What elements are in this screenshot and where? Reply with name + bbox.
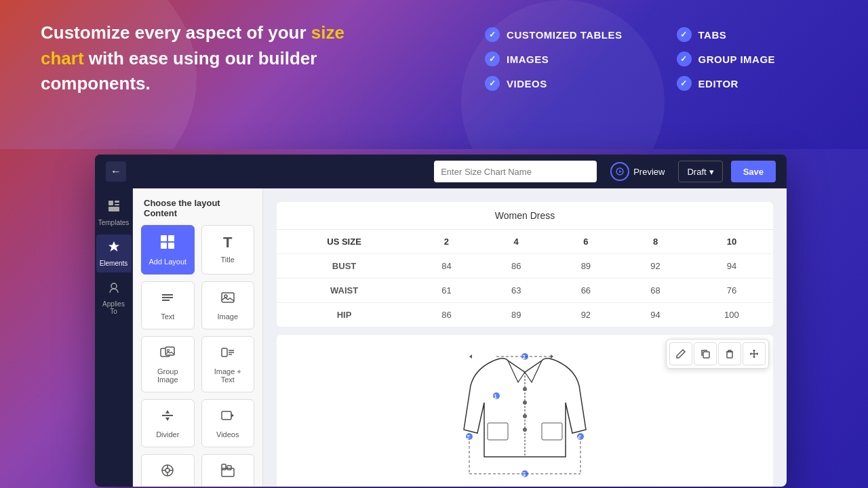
feature-customized-tables: ✓ CUSTOMIZED TABLES (485, 27, 622, 42)
sidebar-icons: Templates Elements Applies To (95, 188, 133, 487)
feature-group-image: ✓ GROUP IMAGE (677, 52, 814, 66)
col-header-6: 6 (551, 230, 621, 254)
svg-marker-24 (165, 410, 170, 413)
move-button[interactable] (743, 342, 766, 365)
tabs-icon (220, 463, 235, 481)
svg-text:2: 2 (522, 354, 526, 361)
app-container: ← Preview Draft ▾ Save (95, 155, 787, 487)
image-icon (220, 290, 235, 308)
svg-marker-27 (231, 413, 234, 418)
element-int-chart[interactable]: Int. Chart (141, 454, 195, 487)
col-header-4: 4 (481, 230, 551, 254)
row-bust-label: BUST (277, 254, 412, 279)
row-hip-v3: 92 (551, 303, 621, 327)
elements-icon (107, 240, 121, 257)
chart-name-input[interactable] (434, 161, 597, 182)
svg-rect-2 (108, 201, 113, 205)
table-section: Women Dress US SIZE 2 4 6 8 10 (277, 202, 773, 327)
group-image-icon (160, 345, 175, 363)
element-videos[interactable]: Videos (201, 399, 255, 447)
svg-rect-19 (222, 348, 227, 357)
svg-rect-14 (222, 293, 234, 302)
check-icon: ✓ (485, 76, 500, 91)
svg-marker-1 (619, 170, 622, 173)
row-hip-v4: 94 (620, 303, 690, 327)
elements-grid: Add Layout T Title Te (133, 225, 262, 487)
svg-rect-26 (222, 411, 231, 420)
size-table: US SIZE 2 4 6 8 10 BUST 84 86 (277, 230, 773, 327)
hero-section: Customize every aspect of your size char… (0, 0, 868, 149)
row-waist-v2: 63 (481, 279, 551, 303)
topbar: ← Preview Draft ▾ Save (95, 155, 787, 188)
col-header-8: 8 (620, 230, 690, 254)
element-image[interactable]: Image (201, 281, 255, 329)
elements-panel: Choose the layout Content Add Layout (133, 188, 263, 487)
svg-rect-3 (115, 201, 119, 203)
element-add-layout[interactable]: Add Layout (141, 225, 195, 274)
svg-marker-62 (469, 354, 472, 359)
row-waist-v3: 66 (551, 279, 621, 303)
svg-rect-10 (168, 243, 174, 249)
feature-images: ✓ IMAGES (485, 52, 622, 66)
preview-button[interactable]: Preview (605, 162, 670, 181)
svg-point-29 (165, 468, 170, 472)
element-text[interactable]: Text (141, 281, 195, 329)
check-icon: ✓ (485, 52, 500, 66)
svg-rect-9 (161, 243, 167, 249)
row-bust-v5: 94 (690, 254, 773, 279)
edit-button[interactable] (669, 342, 692, 365)
feature-editor: ✓ EDITOR (677, 76, 814, 91)
content-area: Women Dress US SIZE 2 4 6 8 10 (263, 188, 787, 487)
sidebar-item-applies-to[interactable]: Applies To (96, 275, 132, 321)
svg-point-44 (523, 414, 527, 418)
svg-rect-37 (703, 352, 709, 358)
row-bust-v4: 92 (620, 254, 690, 279)
col-header-10: 10 (690, 230, 773, 254)
row-waist-v4: 68 (620, 279, 690, 303)
svg-point-45 (523, 428, 527, 432)
svg-point-43 (523, 401, 527, 405)
table-row: HIP 86 89 92 94 100 (277, 303, 773, 327)
check-icon: ✓ (485, 27, 500, 42)
element-tabs[interactable]: Tabs (201, 454, 255, 487)
row-hip-label: HIP (277, 303, 412, 327)
row-waist-v1: 61 (412, 279, 481, 303)
element-image-text[interactable]: Image + Text (201, 336, 255, 392)
back-button[interactable]: ← (106, 161, 126, 182)
element-divider[interactable]: Divider (141, 399, 195, 447)
save-button[interactable]: Save (731, 161, 776, 182)
row-hip-v5: 100 (690, 303, 773, 327)
text-icon (160, 290, 175, 308)
divider-icon (160, 408, 175, 426)
check-icon: ✓ (677, 76, 692, 91)
table-row: BUST 84 86 89 92 94 (277, 254, 773, 279)
title-icon: T (223, 234, 232, 251)
delete-button[interactable] (718, 342, 741, 365)
element-group-image[interactable]: Group Image (141, 336, 195, 392)
svg-marker-25 (165, 418, 170, 421)
panel-title: Choose the layout Content (133, 188, 262, 225)
svg-rect-17 (165, 347, 174, 355)
sidebar-item-templates[interactable]: Templates (96, 194, 132, 232)
check-icon: ✓ (677, 52, 692, 66)
feature-videos: ✓ VIDEOS (485, 76, 622, 91)
element-title[interactable]: T Title (201, 225, 255, 274)
col-header-us-size: US SIZE (277, 230, 412, 254)
feature-tabs: ✓ TABS (677, 27, 814, 42)
copy-button[interactable] (694, 342, 717, 365)
preview-icon (610, 162, 629, 181)
svg-rect-36 (227, 466, 231, 470)
row-waist-v5: 76 (690, 279, 773, 303)
main-layout: Templates Elements Applies To (95, 188, 787, 487)
image-section: 1 2 3 4 5 (277, 335, 773, 487)
videos-icon (220, 408, 235, 426)
row-hip-v2: 89 (481, 303, 551, 327)
row-hip-v1: 86 (412, 303, 481, 327)
sidebar-item-elements[interactable]: Elements (96, 235, 132, 272)
int-chart-icon (160, 463, 175, 481)
check-icon: ✓ (677, 27, 692, 42)
draft-button[interactable]: Draft ▾ (678, 161, 722, 182)
hero-text: Customize every aspect of your size char… (41, 20, 366, 97)
svg-marker-63 (551, 354, 553, 359)
row-bust-v2: 86 (481, 254, 551, 279)
